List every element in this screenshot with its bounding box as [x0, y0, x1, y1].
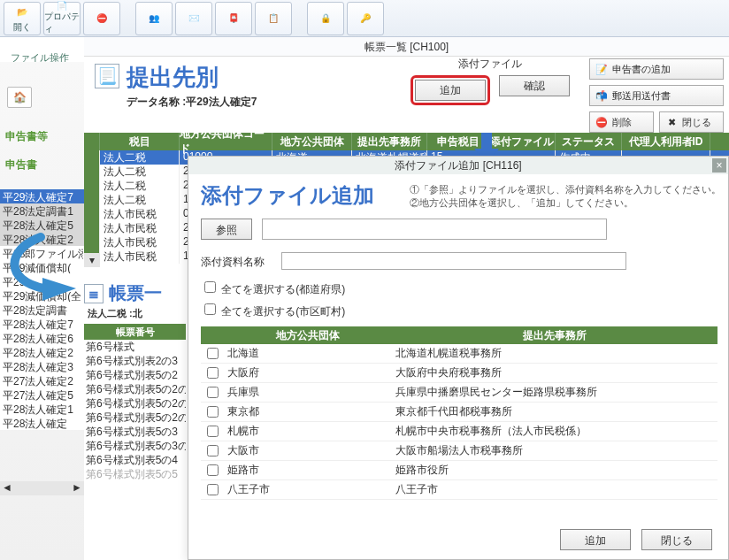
- grid-header-cell: 地方公共団体コード: [180, 133, 272, 150]
- left-file-list[interactable]: 平29法人確定7平28法定調書1平28法人確定5平28法人確定2平28郎ファイル…: [0, 189, 84, 430]
- file-list-item[interactable]: 平28法人確定2: [0, 232, 84, 246]
- modal-grid-header: 提出先事務所: [392, 326, 717, 344]
- modal-grid-row[interactable]: 八王子市八王子市: [201, 480, 717, 500]
- delete-button[interactable]: ⛔: [83, 2, 120, 35]
- file-list-item[interactable]: 平28法人確定1: [0, 402, 84, 416]
- form-list-item[interactable]: 第6号様式別表5の2の4: [84, 410, 186, 425]
- browse-button[interactable]: 参照: [201, 219, 252, 240]
- material-name-input[interactable]: [281, 252, 626, 270]
- grid-header-cell: 地方公共団体: [272, 133, 352, 150]
- sub-title: ≣ 帳票一: [84, 281, 186, 305]
- row-checkbox[interactable]: [207, 426, 219, 437]
- doc-icon: 📋: [265, 10, 282, 27]
- modal-grid-row[interactable]: 北海道北海道札幌道税事務所: [201, 344, 717, 364]
- property-button[interactable]: 📄 プロパティ: [43, 2, 81, 35]
- grid-header-cell: 申告税目: [427, 133, 489, 150]
- file-list-item[interactable]: 平27法人確定5: [0, 387, 84, 402]
- list-icon: ≣: [84, 284, 104, 303]
- postal-button[interactable]: 📬 郵送用送付書: [589, 85, 724, 106]
- modal-note: ①「参照」よりファイルを選択し、添付資料名称を入力してください。 ②地方公共団体…: [410, 183, 721, 211]
- attach-add-button[interactable]: 追加: [415, 80, 486, 101]
- users-icon: 👥: [145, 10, 163, 27]
- attach-confirm-button[interactable]: 確認: [499, 75, 570, 96]
- doc-button[interactable]: 📋: [255, 2, 292, 35]
- form-list-item[interactable]: 第6号様式別表5の3: [84, 425, 186, 439]
- modal-grid-header: 地方公共団体: [224, 326, 392, 344]
- close-side-button[interactable]: ✖ 閉じる: [659, 111, 724, 133]
- file-list-item[interactable]: 平29法人確定7: [0, 189, 84, 203]
- form-list-item[interactable]: 第6号様式別表5の2の3: [84, 396, 186, 410]
- form-list-item[interactable]: 第6号様式別表5の3の2: [84, 439, 186, 453]
- modal-grid-row[interactable]: 東京都東京都千代田都税事務所: [201, 403, 717, 422]
- modal-grid-row[interactable]: 兵庫県兵庫県中播磨県民センター姫路県税事務所: [201, 383, 717, 403]
- send-icon: 📮: [225, 10, 242, 27]
- modal-grid-header: [201, 326, 224, 344]
- attach-add-modal: 添付ファイル追加 [CH116] × 添付ファイル追加 ①「参照」よりファイルを…: [188, 156, 729, 560]
- file-list-item[interactable]: 平28法定調書1: [0, 203, 84, 218]
- file-list-item[interactable]: 平28郎ファイル添: [0, 246, 84, 260]
- error-icon: ⛔: [93, 10, 111, 27]
- modal-close-button[interactable]: 閉じる: [641, 529, 712, 550]
- doc-list-icon: 📃: [95, 64, 119, 88]
- grid-header-cell: ステータス: [556, 133, 622, 150]
- grid-header-cell: 税目: [100, 133, 180, 150]
- modal-grid-row[interactable]: 大阪市大阪市船場法人市税事務所: [201, 441, 717, 461]
- home-icon: 🏠: [13, 91, 27, 104]
- check-all-pref[interactable]: 全てを選択する(都道府県): [201, 279, 717, 297]
- modal-grid[interactable]: 北海道北海道札幌道税事務所大阪府大阪府中央府税事務所兵庫県兵庫県中播磨県民センタ…: [201, 344, 717, 500]
- modal-add-button[interactable]: 追加: [560, 529, 631, 550]
- form-list-item[interactable]: 第6号様式別表5の5: [84, 467, 186, 481]
- file-list-item[interactable]: 平29減価償却(: [0, 260, 84, 274]
- file-list-item[interactable]: 平28法人確定5: [0, 218, 84, 232]
- file-list-item[interactable]: 平28法人確定: [0, 416, 84, 430]
- form-list-item[interactable]: 第6号様式別表5の2の2: [84, 382, 186, 396]
- modal-grid-row[interactable]: 姫路市姫路市役所: [201, 461, 717, 480]
- row-checkbox[interactable]: [207, 348, 219, 359]
- close-icon: ✖: [665, 116, 678, 128]
- row-checkbox[interactable]: [207, 464, 219, 476]
- delete-icon: ⛔: [595, 116, 608, 128]
- delete-side-button[interactable]: ⛔ 削除: [589, 111, 654, 133]
- file-list-item[interactable]: 平29: [0, 274, 84, 288]
- sub-list[interactable]: 第6号様式第6号様式別表2の3第6号様式別表5の2第6号様式別表5の2の2第6号…: [84, 340, 186, 481]
- row-checkbox[interactable]: [207, 445, 219, 456]
- file-list-item[interactable]: 平28法人確定7: [0, 317, 84, 331]
- file-path-field[interactable]: [262, 219, 607, 240]
- form-list-item[interactable]: 第6号様式別表2の3: [84, 354, 186, 368]
- left-scrollbar[interactable]: ◄►: [0, 481, 84, 495]
- file-list-item[interactable]: 平27法人確定2: [0, 373, 84, 387]
- property-label: プロパティ: [44, 11, 80, 35]
- row-checkbox[interactable]: [207, 367, 219, 379]
- file-list-item[interactable]: 平28法定調書: [0, 303, 84, 317]
- form-list-item[interactable]: 第6号様式: [84, 340, 186, 354]
- modal-close-x[interactable]: ×: [712, 158, 726, 173]
- home-button[interactable]: 🏠: [7, 87, 32, 108]
- file-list-item[interactable]: 平28法人確定3: [0, 359, 84, 373]
- grid-scroll-down[interactable]: ▾: [84, 253, 100, 267]
- open-button[interactable]: 📂 開く: [4, 2, 41, 35]
- add-declaration-button[interactable]: 📝 申告書の追加: [589, 58, 724, 80]
- row-checkbox[interactable]: [207, 406, 219, 418]
- modal-grid-row[interactable]: 大阪府大阪府中央府税事務所: [201, 364, 717, 383]
- sub-subtitle: 法人二税 :北: [88, 307, 186, 320]
- window-title: 帳票一覧 [CH100]: [84, 37, 729, 57]
- row-checkbox[interactable]: [207, 484, 219, 495]
- form-list-item[interactable]: 第6号様式別表5の2: [84, 368, 186, 382]
- file-list-item[interactable]: 平29減価償却(全: [0, 288, 84, 303]
- check-all-city[interactable]: 全てを選択する(市区町村): [201, 301, 717, 319]
- key-icon: 🔑: [357, 10, 374, 27]
- file-list-item[interactable]: 平28法人確定2: [0, 345, 84, 359]
- users-button[interactable]: 👥: [135, 2, 173, 35]
- lock-button[interactable]: 🔒: [307, 2, 344, 35]
- grid-header-cell: 代理人利用者ID: [622, 133, 710, 150]
- file-list-item[interactable]: 平28法人確定6: [0, 331, 84, 345]
- row-checkbox[interactable]: [207, 387, 219, 398]
- grid-header-cell: [84, 133, 100, 150]
- send-button[interactable]: 📮: [215, 2, 252, 35]
- form-list-item[interactable]: 第6号様式別表5の4: [84, 453, 186, 467]
- key-button[interactable]: 🔑: [347, 2, 384, 35]
- left-label-decl: 申告書等: [5, 129, 48, 144]
- left-label-tab[interactable]: 申告書: [5, 157, 37, 173]
- modal-grid-row[interactable]: 札幌市札幌市中央市税事務所（法人市民税係）: [201, 422, 717, 441]
- mail-button[interactable]: ✉️: [175, 2, 212, 35]
